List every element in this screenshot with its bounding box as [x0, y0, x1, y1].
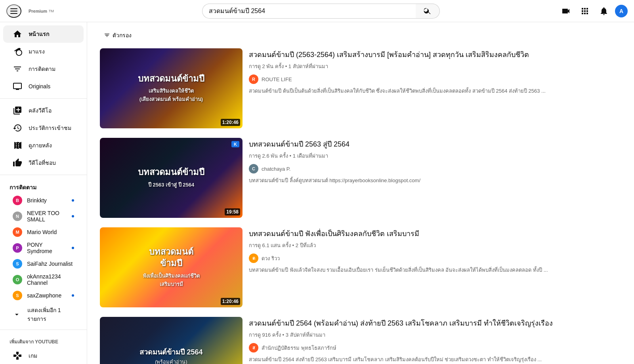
channel-avatar-4: ส: [249, 343, 258, 353]
channel-name-4: สำนักปฏิบัติธรรม พุทธโธสภารักษ์: [262, 344, 336, 352]
thumbnail-3[interactable]: บทสวดมนต์ข้ามปี ฟังเพื่อเป็นศิริมงคลแก่ช…: [100, 227, 243, 307]
filter-button[interactable]: ตัวกรอง: [100, 29, 136, 42]
hamburger-button[interactable]: [6, 4, 21, 18]
watchlater-icon: [13, 141, 22, 150]
youtube-logo[interactable]: ouTube Premium TM: [26, 9, 54, 13]
channel-name-3: ดวง ริวว: [262, 254, 280, 263]
brinkkty-name: Brinkkty: [27, 197, 67, 204]
result-title-2[interactable]: บทสวดมนต์ข้ามปี 2563 สู่ปี 2564: [249, 139, 621, 149]
duration-1: 1:20:46: [221, 119, 240, 126]
saxzawphone-name: saxZawphone: [27, 292, 67, 299]
chevron-down-icon: [13, 310, 21, 319]
brinkkty-avatar: B: [13, 196, 22, 205]
result-desc-4: สวดมนต์ข้ามปี 2564 ส่งท้ายปี 2563 เสริมบ…: [249, 356, 621, 364]
result-channel-2[interactable]: C chatchaya P.: [249, 164, 621, 173]
result-item-4: สวดมนต์ข้ามปี 2564(พร้อมคำอ่าน) 46:14 สว…: [100, 317, 621, 364]
sidebar-trending-label: มาแรง: [29, 47, 45, 56]
subscriptions-section-title: การติดตาม: [0, 178, 87, 193]
sidebar-divider-2: [0, 175, 87, 175]
sidebar: หน้าแรก มาแรง การติดตาม Originals คลังวี…: [0, 22, 87, 364]
sidebar-item-okannza[interactable]: O okAnnza1234 Channel: [3, 271, 84, 288]
avatar[interactable]: A: [615, 5, 628, 17]
never-too-small-dot: [72, 215, 74, 217]
result-item-1: บทสวดมนต์ข้ามปี เสริมสิริมงคลให้ชีวิต(เส…: [100, 48, 621, 128]
show-more-button[interactable]: แสดงเพิ่มอีก 1 รายการ: [3, 303, 84, 326]
liked-icon: [13, 158, 22, 168]
saifahz-avatar: S: [13, 259, 22, 269]
sidebar-item-pony-syndrome[interactable]: P PONY Syndrome: [3, 239, 84, 257]
apps-icon: [580, 6, 590, 16]
originals-icon: [13, 82, 22, 91]
sidebar-item-saxzawphone[interactable]: S saxZawphone: [3, 288, 84, 303]
tm-label: TM: [49, 9, 54, 13]
sidebar-item-originals[interactable]: Originals: [3, 78, 84, 95]
never-too-small-avatar: N: [13, 212, 22, 221]
filter-bar: ตัวกรอง: [100, 29, 621, 42]
result-desc-2: บทสวดมนต์ข้ามปี ลิ้งค์ดูบทสวดมนต์ https:…: [249, 177, 621, 185]
sidebar-item-home[interactable]: หน้าแรก: [3, 25, 84, 43]
main-content: ตัวกรอง บทสวดมนต์ข้ามปี เสริมสิริมงคลให้…: [87, 22, 634, 364]
saxzawphone-avatar: S: [13, 291, 22, 300]
thumb-text-2: บทสวดมนต์ข้ามปี ปี 2563 เข้าสู่ ปี 2564: [100, 138, 243, 218]
thumbnail-4[interactable]: สวดมนต์ข้ามปี 2564(พร้อมคำอ่าน) 46:14: [100, 317, 243, 364]
apps-button[interactable]: [577, 3, 593, 19]
sidebar-liked-label: วีดีโอที่ชอบ: [29, 158, 56, 167]
channel-avatar-1: R: [249, 74, 258, 84]
result-title-1[interactable]: สวดมนต์ข้ามปี (2563-2564) เสริมสร้างบารม…: [249, 50, 621, 60]
create-icon: [561, 6, 571, 16]
header-right: A: [548, 3, 628, 19]
sidebar-item-history[interactable]: ประวัติการเข้าชม: [3, 119, 84, 137]
result-channel-3[interactable]: ด ดวง ริวว: [249, 253, 621, 263]
sidebar-item-watchlater[interactable]: ดูภายหลัง: [3, 137, 84, 154]
result-item-2: บทสวดมนต์ข้ามปี ปี 2563 เข้าสู่ ปี 2564 …: [100, 138, 621, 218]
sidebar-item-library[interactable]: คลังวีดีโอ: [3, 102, 84, 119]
header-left: ouTube Premium TM: [6, 4, 94, 18]
main-layout: หน้าแรก มาแรง การติดตาม Originals คลังวี…: [0, 22, 634, 364]
saifahz-name: SaiFahz Journalist: [27, 261, 74, 267]
result-meta-4: การดู 916 ครั้ง • 3 สัปดาห์ที่ผ่านมา: [249, 331, 621, 339]
sidebar-item-brinkkty[interactable]: B Brinkkty: [3, 193, 84, 208]
mario-world-name: Mario World: [27, 229, 74, 235]
search-bar: [202, 4, 440, 19]
never-too-small-name: NEVER TOO SMALL: [27, 210, 67, 223]
header-center: [97, 4, 545, 19]
notifications-icon: [599, 6, 609, 16]
thumb-text-3: บทสวดมนต์ข้ามปี ฟังเพื่อเป็นศิริมงคลแก่ช…: [100, 227, 243, 307]
result-meta-1: การดู 2 พัน ครั้ง • 1 สัปดาห์ที่ผ่านมา: [249, 62, 621, 71]
result-channel-4[interactable]: ส สำนักปฏิบัติธรรม พุทธโธสภารักษ์: [249, 343, 621, 353]
result-info-3: บทสวดมนต์ข้ามปี ฟังเพื่อเป็นศิริมงคลกับช…: [249, 227, 621, 307]
sidebar-item-liked[interactable]: วีดีโอที่ชอบ: [3, 154, 84, 172]
pony-syndrome-name: PONY Syndrome: [27, 242, 67, 254]
gaming-icon: [13, 351, 22, 360]
thumb-text-1: บทสวดมนต์ข้ามปี เสริมสิริมงคลให้ชีวิต(เส…: [100, 48, 243, 128]
thumbnail-1[interactable]: บทสวดมนต์ข้ามปี เสริมสิริมงคลให้ชีวิต(เส…: [100, 48, 243, 128]
thumbnail-2[interactable]: บทสวดมนต์ข้ามปี ปี 2563 เข้าสู่ ปี 2564 …: [100, 138, 243, 218]
result-title-3[interactable]: บทสวดมนต์ข้ามปี ฟังเพื่อเป็นศิริมงคลกับช…: [249, 229, 621, 239]
sidebar-item-mario-world[interactable]: M Mario World: [3, 225, 84, 239]
sidebar-home-label: หน้าแรก: [29, 30, 49, 38]
sidebar-item-gaming[interactable]: เกม: [3, 347, 84, 364]
sidebar-watchlater-label: ดูภายหลัง: [29, 141, 52, 150]
search-input[interactable]: [202, 4, 416, 19]
sidebar-item-never-too-small[interactable]: N NEVER TOO SMALL: [3, 208, 84, 225]
result-meta-3: การดู 6.1 แสน ครั้ง • 2 ปีที่แล้ว: [249, 241, 621, 250]
result-title-4[interactable]: สวดมนต์ข้ามปี 2564 (พร้อมคำอ่าน) ส่งท้าย…: [249, 318, 621, 328]
sidebar-item-saifahz[interactable]: S SaiFahz Journalist: [3, 257, 84, 271]
show-more-label: แสดงเพิ่มอีก 1 รายการ: [27, 306, 74, 323]
result-meta-2: การดู 2.6 พัน ครั้ง • 1 เดือนที่ผ่านมา: [249, 152, 621, 160]
channel-name-2: chatchaya P.: [262, 166, 290, 172]
trending-icon: [13, 47, 22, 56]
home-icon: [13, 29, 22, 39]
notifications-button[interactable]: [596, 3, 612, 19]
subscriptions-icon: [13, 64, 22, 74]
create-button[interactable]: [558, 3, 574, 19]
okannza-name: okAnnza1234 Channel: [27, 273, 74, 286]
result-item-3: บทสวดมนต์ข้ามปี ฟังเพื่อเป็นศิริมงคลแก่ช…: [100, 227, 621, 307]
channel-avatar-3: ด: [249, 253, 258, 263]
search-button[interactable]: [416, 4, 440, 19]
gaming-label: เกม: [29, 351, 37, 360]
sidebar-item-trending[interactable]: มาแรง: [3, 43, 84, 60]
result-channel-1[interactable]: R ROUTE LIFE: [249, 74, 621, 84]
sidebar-item-subscriptions[interactable]: การติดตาม: [3, 60, 84, 78]
premium-label: Premium: [29, 9, 47, 13]
